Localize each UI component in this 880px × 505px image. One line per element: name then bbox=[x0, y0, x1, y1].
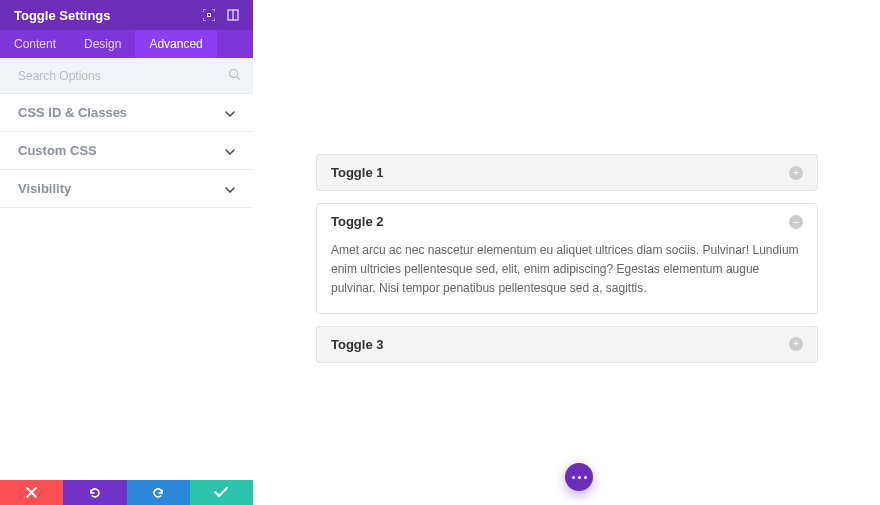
panel-title: Toggle Settings bbox=[14, 8, 197, 23]
svg-rect-0 bbox=[208, 14, 211, 17]
plus-icon bbox=[789, 166, 803, 180]
tab-label: Content bbox=[14, 37, 56, 51]
panel-header: Toggle Settings bbox=[0, 0, 253, 30]
expand-icon[interactable] bbox=[197, 3, 221, 27]
snap-icon[interactable] bbox=[221, 3, 245, 27]
accordion: CSS ID & Classes Custom CSS Visibility bbox=[0, 94, 253, 480]
toggle-header[interactable]: Toggle 3 bbox=[317, 327, 817, 362]
toggle-title: Toggle 2 bbox=[331, 214, 789, 229]
preview-area: Toggle 1 Toggle 2 Amet arcu ac nec nasce… bbox=[253, 0, 880, 505]
close-icon bbox=[26, 487, 37, 498]
section-css-id-classes[interactable]: CSS ID & Classes bbox=[0, 94, 253, 132]
tab-advanced[interactable]: Advanced bbox=[135, 30, 216, 58]
tab-label: Advanced bbox=[149, 37, 202, 51]
toggle-body: Amet arcu ac nec nascetur elementum eu a… bbox=[317, 239, 817, 313]
toggle-title: Toggle 1 bbox=[331, 165, 789, 180]
toggle-header[interactable]: Toggle 1 bbox=[317, 155, 817, 190]
section-label: Custom CSS bbox=[18, 143, 225, 158]
search-icon[interactable] bbox=[228, 67, 241, 85]
more-icon bbox=[570, 476, 588, 479]
toggle-item: Toggle 2 Amet arcu ac nec nascetur eleme… bbox=[316, 203, 818, 314]
chevron-down-icon bbox=[225, 144, 235, 158]
tab-label: Design bbox=[84, 37, 121, 51]
chevron-down-icon bbox=[225, 106, 235, 120]
toggle-list: Toggle 1 Toggle 2 Amet arcu ac nec nasce… bbox=[316, 154, 818, 375]
section-label: CSS ID & Classes bbox=[18, 105, 225, 120]
toggle-item: Toggle 1 bbox=[316, 154, 818, 191]
panel-footer bbox=[0, 480, 253, 505]
toggle-item: Toggle 3 bbox=[316, 326, 818, 363]
undo-button[interactable] bbox=[63, 480, 126, 505]
tabs: Content Design Advanced bbox=[0, 30, 253, 58]
toggle-title: Toggle 3 bbox=[331, 337, 789, 352]
tab-design[interactable]: Design bbox=[70, 30, 135, 58]
minus-icon bbox=[789, 215, 803, 229]
search-bar bbox=[0, 58, 253, 94]
svg-line-4 bbox=[237, 76, 241, 80]
undo-icon bbox=[88, 486, 102, 500]
save-button[interactable] bbox=[190, 480, 253, 505]
toggle-header[interactable]: Toggle 2 bbox=[317, 204, 817, 239]
tab-content[interactable]: Content bbox=[0, 30, 70, 58]
settings-panel: Toggle Settings Content Design Advanced … bbox=[0, 0, 253, 505]
check-icon bbox=[214, 487, 228, 498]
chevron-down-icon bbox=[225, 182, 235, 196]
redo-button[interactable] bbox=[127, 480, 190, 505]
plus-icon bbox=[789, 337, 803, 351]
section-label: Visibility bbox=[18, 181, 225, 196]
search-input[interactable] bbox=[18, 69, 228, 83]
redo-icon bbox=[151, 486, 165, 500]
fab-button[interactable] bbox=[565, 463, 593, 491]
section-visibility[interactable]: Visibility bbox=[0, 170, 253, 208]
cancel-button[interactable] bbox=[0, 480, 63, 505]
section-custom-css[interactable]: Custom CSS bbox=[0, 132, 253, 170]
svg-point-3 bbox=[230, 69, 238, 77]
